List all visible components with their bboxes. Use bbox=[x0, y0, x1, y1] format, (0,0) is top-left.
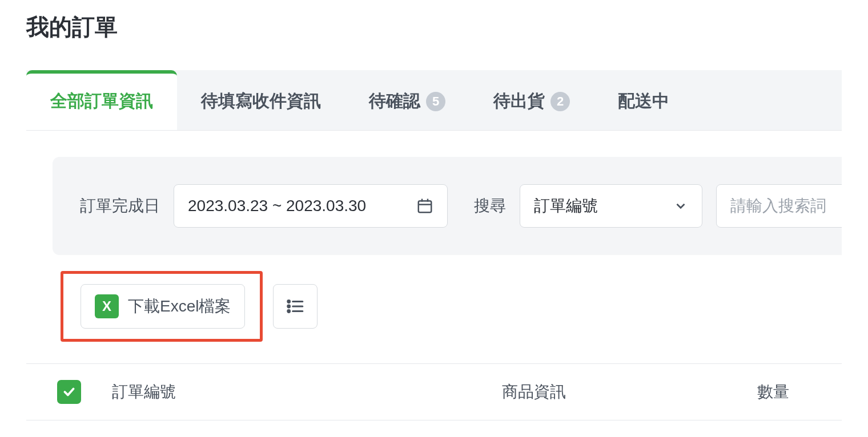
tab-in-transit[interactable]: 配送中 bbox=[594, 70, 693, 130]
filter-date-group: 訂單完成日 2023.03.23 ~ 2023.03.30 bbox=[80, 184, 448, 228]
filter-search-group: 搜尋 訂單編號 bbox=[474, 184, 842, 228]
download-excel-button[interactable]: X 下載Excel檔案 bbox=[81, 284, 245, 329]
calendar-icon bbox=[416, 197, 433, 215]
chevron-down-icon bbox=[673, 199, 688, 213]
search-type-select[interactable]: 訂單編號 bbox=[520, 184, 702, 228]
table-header-qty: 數量 bbox=[705, 381, 842, 403]
download-highlight-box: X 下載Excel檔案 bbox=[61, 271, 263, 342]
tab-badge: 2 bbox=[550, 92, 570, 111]
svg-point-4 bbox=[288, 301, 290, 303]
search-type-value: 訂單編號 bbox=[534, 195, 598, 217]
svg-point-6 bbox=[288, 310, 290, 313]
table-header: 訂單編號 商品資訊 數量 bbox=[26, 363, 842, 420]
table-header-checkbox-cell bbox=[26, 380, 112, 404]
actions-row: X 下載Excel檔案 bbox=[26, 255, 842, 358]
excel-icon: X bbox=[95, 294, 119, 318]
tab-pending-ship[interactable]: 待出貨 2 bbox=[469, 70, 594, 130]
select-all-checkbox[interactable] bbox=[57, 380, 81, 404]
tab-all-orders[interactable]: 全部訂單資訊 bbox=[26, 70, 177, 130]
svg-point-5 bbox=[288, 305, 290, 307]
filter-search-label: 搜尋 bbox=[474, 195, 506, 217]
filter-date-label: 訂單完成日 bbox=[80, 195, 160, 217]
tab-label: 配送中 bbox=[618, 90, 669, 113]
tab-pending-recipient[interactable]: 待填寫收件資訊 bbox=[177, 70, 345, 130]
content-area: 訂單完成日 2023.03.23 ~ 2023.03.30 搜尋 訂單編號 bbox=[26, 157, 842, 420]
date-range-value: 2023.03.23 ~ 2023.03.30 bbox=[188, 197, 366, 215]
tab-pending-confirm[interactable]: 待確認 5 bbox=[345, 70, 469, 130]
date-range-picker[interactable]: 2023.03.23 ~ 2023.03.30 bbox=[174, 184, 448, 228]
list-icon bbox=[286, 297, 305, 316]
tabs: 全部訂單資訊 待填寫收件資訊 待確認 5 待出貨 2 配送中 bbox=[26, 70, 842, 131]
tab-label: 全部訂單資訊 bbox=[50, 90, 153, 113]
svg-rect-0 bbox=[419, 201, 432, 212]
tab-label: 待填寫收件資訊 bbox=[201, 90, 321, 113]
table-header-order-no: 訂單編號 bbox=[112, 381, 363, 403]
tab-badge: 5 bbox=[426, 92, 445, 111]
check-icon bbox=[62, 385, 77, 399]
search-input[interactable] bbox=[716, 184, 842, 228]
list-view-button[interactable] bbox=[273, 284, 318, 329]
page-title: 我的訂單 bbox=[26, 11, 842, 43]
download-excel-label: 下載Excel檔案 bbox=[128, 296, 231, 317]
tab-label: 待確認 bbox=[369, 90, 420, 113]
filter-bar: 訂單完成日 2023.03.23 ~ 2023.03.30 搜尋 訂單編號 bbox=[53, 157, 842, 255]
table-header-product: 商品資訊 bbox=[363, 381, 705, 403]
tab-label: 待出貨 bbox=[493, 90, 545, 113]
